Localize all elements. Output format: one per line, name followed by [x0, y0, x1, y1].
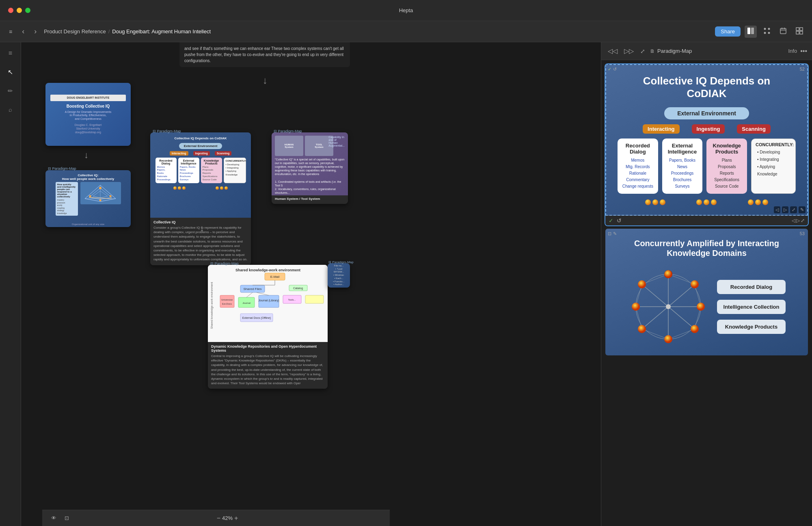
zoom-plus-button[interactable]: +: [234, 515, 238, 522]
footer-expand-52[interactable]: ⤢: [801, 218, 805, 223]
svg-rect-1: [751, 28, 754, 34]
svg-text:E-Mail: E-Mail: [270, 275, 280, 279]
panel-more-button[interactable]: •••: [800, 48, 807, 55]
sidebar-pen-icon[interactable]: ✏: [5, 85, 15, 97]
canvas-area[interactable]: and see if that's something we can enhan…: [21, 42, 601, 526]
svg-rect-12: [796, 31, 799, 34]
box3-title: Knowledge Products: [710, 143, 744, 155]
svg-text:Journal (Library): Journal (Library): [259, 299, 279, 302]
box-intelligence-collection-53: Intelligence Collection: [717, 300, 786, 314]
footer-refresh-52[interactable]: ↺: [617, 217, 622, 224]
svg-rect-10: [796, 28, 799, 30]
box-external-intelligence: External Intelligence Papers, BooksNewsP…: [662, 139, 703, 194]
svg-line-62: [642, 329, 668, 339]
arrow-down-1: ↓: [263, 75, 268, 86]
slide-53-top-controls: ⊡ ✎: [608, 231, 617, 236]
breadcrumb: Product Design Reference / Doug Engelbar…: [44, 28, 710, 35]
codiak-arrows: Interacting Ingesting Scanning: [154, 151, 247, 156]
footer-check-52[interactable]: ✓: [609, 217, 613, 224]
panel-doc-icon: 🗎: [650, 48, 655, 54]
paradigm-label-4: ⊟ Paradigm-Map: [274, 127, 302, 134]
svg-text:Universise: Universise: [221, 299, 233, 301]
slide-card-52[interactable]: ✓ ↺ 52 ◁ ▷ ⤢ ✎ Collective IQ Depends onC…: [605, 63, 809, 226]
app-title: Hepta: [399, 7, 413, 13]
box-icon[interactable]: ⊡: [62, 513, 71, 523]
zoom-controls: − 42% +: [217, 515, 238, 522]
slide-boosting-content: DOUG ENGELBART INSTITUTE Boosting Collec…: [45, 83, 131, 146]
interacting-tag: Interacting: [643, 124, 679, 134]
close-button[interactable]: [8, 8, 13, 13]
human-system-img: HUMANSystem: [275, 136, 303, 156]
calendar-button[interactable]: [777, 26, 789, 38]
dkr-footer: Dynamic Knowledge Repositories and Open …: [208, 342, 328, 389]
eye-icon[interactable]: 👁: [49, 513, 59, 523]
svg-point-72: [638, 325, 646, 333]
back-button[interactable]: ‹: [19, 26, 27, 37]
codiak-dots: [154, 186, 247, 190]
slide-dynamic-kr[interactable]: Shared knowledge-work environment E-Mail…: [208, 265, 328, 389]
svg-rect-6: [780, 28, 786, 34]
forward-button[interactable]: ›: [32, 26, 39, 37]
sidebar-menu-icon[interactable]: ≡: [6, 47, 15, 59]
boosting-author: Douglas C. EngelbartStanford Universityd…: [75, 123, 102, 134]
sidebar-search-icon[interactable]: ⌕: [6, 104, 15, 115]
slide-52-arrow-right[interactable]: ▷: [782, 206, 788, 213]
slide-collective-iq[interactable]: Collective IQ:How well people work colle…: [45, 170, 131, 227]
slide-52-arrow-left[interactable]: ◁: [774, 206, 780, 213]
slide-52-check[interactable]: ✓: [608, 67, 611, 72]
dkr-text: Central to improving a group's Collectiv…: [211, 354, 324, 385]
maximize-button[interactable]: [25, 8, 30, 13]
svg-text:External Docs (Offline): External Docs (Offline): [242, 316, 271, 320]
slide-codiak[interactable]: Collective IQ Depends on CoDIAK External…: [150, 132, 251, 265]
panel-expand[interactable]: ⤢: [639, 47, 647, 55]
slide-53-body: Recorded Dialog Intelligence Collection …: [613, 266, 800, 347]
ciq-chart-area: [80, 182, 121, 204]
slide-53-icon: ⊡: [608, 231, 611, 236]
sidebar-icons: ≡ ↖ ✏ ⌕: [0, 42, 21, 526]
svg-point-20: [99, 187, 102, 189]
slide-52-external-env: External Environment: [664, 107, 749, 119]
layout1-button[interactable]: [745, 26, 757, 38]
breadcrumb-root[interactable]: Product Design Reference: [44, 28, 106, 35]
sidebar-cursor-icon[interactable]: ↖: [5, 66, 15, 78]
codiak-boxes: Recorded Dialog MemosPapers,BooksRationa…: [154, 158, 247, 183]
svg-point-2: [764, 28, 766, 30]
panel-info-button[interactable]: Info: [788, 48, 797, 54]
svg-text:Ext.Docs: Ext.Docs: [222, 303, 232, 305]
svg-point-74: [638, 280, 646, 288]
grid-button[interactable]: [793, 26, 806, 38]
slide-boosting-ciq[interactable]: DOUG ENGELBART INSTITUTE Boosting Collec…: [45, 83, 131, 146]
title-bar: Hepta: [0, 0, 812, 21]
menu-button[interactable]: ≡: [6, 27, 15, 37]
slide-52-refresh[interactable]: ↺: [613, 67, 617, 72]
zoom-minus-button[interactable]: −: [217, 515, 220, 522]
human-tool-content: HUMANSystem TOOLSystem "Collective IQ" i…: [272, 132, 348, 195]
svg-rect-0: [747, 28, 750, 34]
slide-card-52-inner: ✓ ↺ 52 ◁ ▷ ⤢ ✎ Collective IQ Depends onC…: [605, 64, 808, 216]
share-button[interactable]: Share: [715, 26, 741, 37]
dot-group-2: [696, 199, 717, 205]
slide-mini[interactable]: File-na...• "LoelWYSIW...• Window-• Each…: [328, 263, 350, 288]
slide-52-edit[interactable]: ✎: [799, 206, 806, 213]
layout2-button[interactable]: [761, 26, 773, 38]
slide-card-53[interactable]: ⊡ ✎ 53 Concurrently Amplified by Interac…: [605, 228, 809, 356]
footer-next-52[interactable]: ▷: [796, 218, 800, 223]
svg-point-5: [768, 32, 770, 34]
ingesting-tag: Ingesting: [692, 124, 725, 134]
slide-cards-container[interactable]: ✓ ↺ 52 ◁ ▷ ⤢ ✎ Collective IQ Depends onC…: [601, 60, 812, 526]
ferris-wheel-diagram: [628, 266, 709, 347]
slide-53-title: Concurrently Amplified by Interacting Kn…: [613, 238, 800, 258]
minimize-button[interactable]: [17, 8, 22, 13]
svg-point-3: [768, 28, 770, 30]
slide-52-expand[interactable]: ⤢: [790, 206, 797, 213]
svg-rect-13: [800, 31, 803, 34]
slide-human-tool[interactable]: HUMANSystem TOOLSystem "Collective IQ" i…: [272, 132, 348, 204]
window-controls[interactable]: [8, 8, 30, 13]
breadcrumb-current[interactable]: Doug Engelbart: Augment Human Intellect: [112, 28, 211, 35]
paradigm-label-3: ⊟ Paradigm-Map: [153, 127, 181, 134]
box3-items: PlansProposalsReportsSpecificationsSourc…: [710, 157, 744, 190]
footer-prev-52[interactable]: ◁: [792, 218, 795, 223]
panel-nav-prev[interactable]: ◁◁: [606, 46, 619, 56]
svg-text:Tools...: Tools...: [288, 299, 296, 301]
panel-nav-next[interactable]: ▷▷: [622, 46, 635, 56]
